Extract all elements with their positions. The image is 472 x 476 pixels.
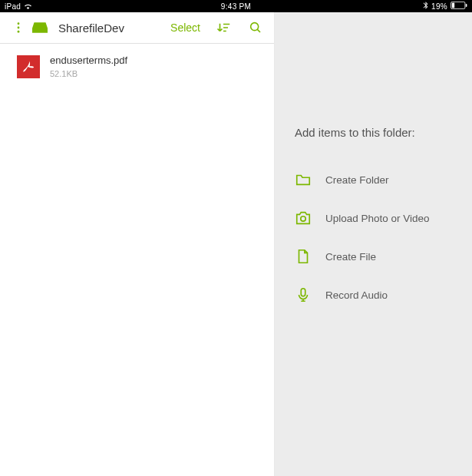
search-button[interactable]	[246, 18, 265, 37]
create-folder-button[interactable]: Create Folder	[295, 160, 452, 199]
file-size: 52.1KB	[50, 69, 127, 78]
file-row[interactable]: enduserterms.pdf 52.1KB	[0, 44, 274, 89]
battery-pct-label: 19%	[431, 2, 447, 11]
action-label: Record Audio	[325, 289, 388, 301]
svg-point-4	[18, 27, 20, 29]
battery-icon	[451, 2, 467, 11]
wifi-icon	[24, 2, 32, 11]
folder-icon	[295, 171, 312, 188]
panel-heading: Add items to this folder:	[295, 126, 452, 139]
upload-photo-button[interactable]: Upload Photo or Video	[295, 199, 452, 237]
clock-label: 9:43 PM	[221, 2, 251, 11]
file-name: enduserterms.pdf	[50, 55, 127, 66]
svg-point-7	[301, 217, 305, 221]
camera-icon	[295, 210, 312, 226]
file-icon	[295, 248, 312, 265]
pdf-icon	[17, 55, 40, 78]
drive-icon[interactable]	[31, 18, 49, 37]
add-items-pane: Add items to this folder: Create Folder …	[275, 12, 472, 476]
microphone-icon	[295, 286, 312, 303]
toolbar: SharefileDev Select	[0, 12, 274, 44]
record-audio-button[interactable]: Record Audio	[295, 276, 452, 314]
action-label: Create File	[325, 251, 376, 263]
svg-rect-2	[466, 4, 467, 7]
svg-point-6	[251, 23, 259, 31]
create-file-button[interactable]: Create File	[295, 237, 452, 276]
svg-point-3	[18, 22, 20, 25]
select-button[interactable]: Select	[170, 21, 200, 34]
status-bar: iPad 9:43 PM 19%	[0, 0, 472, 12]
action-label: Create Folder	[325, 174, 389, 186]
file-browser-pane: SharefileDev Select enduserterms.pdf 52.…	[0, 12, 275, 476]
folder-title: SharefileDev	[58, 21, 124, 35]
svg-point-5	[18, 31, 20, 33]
bluetooth-icon	[423, 2, 428, 11]
svg-rect-1	[452, 3, 454, 8]
menu-button[interactable]	[9, 18, 28, 37]
device-label: iPad	[5, 2, 21, 11]
sort-button[interactable]	[214, 18, 233, 37]
svg-rect-8	[301, 289, 305, 296]
action-label: Upload Photo or Video	[325, 213, 430, 224]
